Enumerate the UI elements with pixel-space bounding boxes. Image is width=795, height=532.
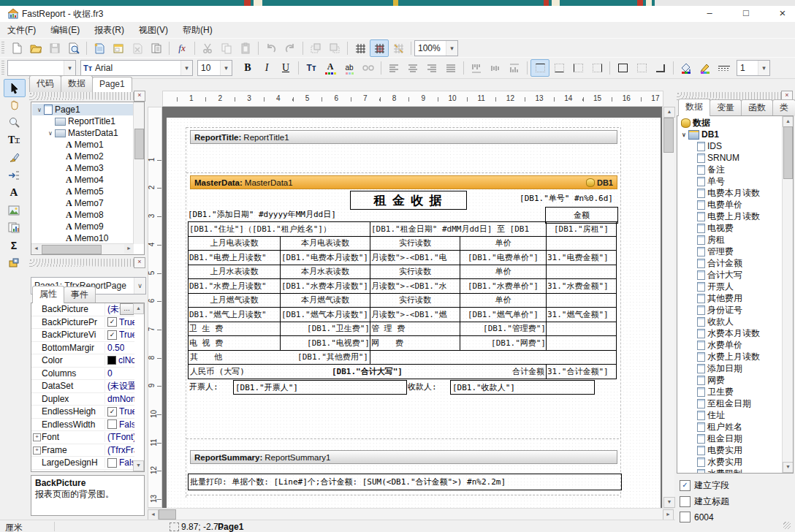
table-cell[interactable]: 其 他[DB1."其他费用"] — [189, 351, 370, 365]
menu-item-2[interactable]: 报表(R) — [87, 22, 132, 39]
chevron-down-icon[interactable]: ▾ — [758, 61, 769, 75]
table-cell[interactable]: [DB1."燃气单价"] — [460, 308, 547, 322]
zoom-tool-button[interactable] — [4, 114, 24, 131]
menu-item-0[interactable]: 文件(F) — [0, 22, 43, 39]
table-cell[interactable]: [DB1."电视费"] — [281, 336, 370, 351]
canvas-vertical-scrollbar[interactable]: ▲ ▼ — [662, 107, 674, 508]
report-title-band[interactable]: ReportTitle:ReportTitle1 — [190, 130, 617, 144]
property-row-EndlessWidth[interactable]: EndlessWidthFalse — [31, 419, 134, 432]
expand-icon[interactable]: + — [33, 446, 41, 455]
field-item-水费实用[interactable]: 水费实用 — [678, 456, 782, 468]
field-item-合计大写[interactable]: 合计大写 — [678, 269, 782, 281]
fill-color-button[interactable] — [677, 59, 696, 77]
scroll-right-icon[interactable]: ► — [663, 509, 674, 520]
show-grid-button[interactable] — [351, 39, 370, 57]
table-cell[interactable]: DB1."水费上月读数" — [189, 279, 281, 294]
table-cell[interactable]: 电 视 费 — [189, 336, 281, 351]
underline-button[interactable]: U — [276, 59, 295, 77]
field-item-房租[interactable]: 房租 — [678, 234, 782, 246]
sum-object-button[interactable]: Σ — [4, 237, 24, 254]
chevron-down-icon[interactable]: ▾ — [446, 41, 457, 56]
tree-item-Memo2[interactable]: AMemo2 — [32, 151, 133, 162]
design-area[interactable]: ReportTitle:ReportTitle1 MasterData:Mast… — [162, 107, 662, 508]
tree-item-Memo8[interactable]: AMemo8 — [32, 209, 133, 221]
checkbox-icon[interactable]: ✓ — [680, 480, 691, 491]
frame-all-button[interactable] — [613, 59, 632, 77]
chevron-down-icon[interactable]: ▾ — [180, 61, 192, 75]
align-center-button[interactable] — [403, 59, 422, 77]
tree-item-Memo4[interactable]: AMemo4 — [32, 174, 133, 186]
table-cell[interactable] — [370, 351, 617, 365]
tree-item-Memo7[interactable]: AMemo7 — [32, 197, 133, 209]
table-cell[interactable] — [547, 336, 617, 351]
table-cell[interactable]: [DB1."电费本月读数"] — [281, 251, 370, 265]
tree-item-Memo1[interactable]: AMemo1 — [32, 139, 133, 151]
property-row-LeftMargin[interactable]: LeftMargin1 — [31, 470, 134, 473]
field-item-合计金额[interactable]: 合计金额 — [678, 257, 782, 269]
workspace-tab-0[interactable]: 代码 — [29, 75, 61, 92]
table-cell[interactable]: 31."水费金额"] — [547, 279, 617, 294]
new-report-button[interactable] — [7, 39, 26, 57]
open-button[interactable] — [26, 39, 45, 57]
scroll-up-icon[interactable]: ▲ — [133, 303, 144, 314]
property-row-DataSet[interactable]: DataSet(未设置) — [31, 380, 134, 393]
table-cell[interactable]: [DB1."住址"]（[DB1."租户姓名"]） — [189, 222, 370, 237]
expand-icon[interactable]: + — [33, 433, 41, 441]
issuer-row[interactable]: 开票人:[DB1."开票人"]收款人:[DB1."收款人"] — [188, 380, 617, 393]
table-cell[interactable]: 实行读数 — [370, 294, 460, 308]
field-item-水费限制[interactable]: 水费限制 — [678, 468, 782, 474]
table-cell[interactable]: 本月水表读数 — [281, 265, 370, 280]
table-cell[interactable]: 上月电表读数 — [189, 237, 281, 251]
tree-item-Memo5[interactable]: AMemo5 — [32, 186, 133, 197]
tree-item-MasterData1[interactable]: ∨MasterData1 — [32, 127, 133, 139]
field-item-租户姓名[interactable]: 租户姓名 — [678, 421, 782, 433]
toolbar-grip[interactable] — [1, 42, 4, 55]
report-page[interactable]: ReportTitle:ReportTitle1 MasterData:Mast… — [167, 118, 661, 508]
align-right-button[interactable] — [422, 59, 441, 77]
scroll-down-icon[interactable]: ▼ — [133, 460, 144, 471]
table-cell[interactable]: [DB1."水费单价"] — [460, 279, 547, 294]
checkbox-icon[interactable] — [680, 496, 691, 507]
memo-report-title[interactable]: 租 金 收 据 — [350, 191, 467, 210]
checkbox-icon[interactable]: ✓ — [107, 407, 117, 417]
table-cell[interactable]: [DB1."卫生费"] — [281, 322, 370, 337]
master-data-band[interactable]: MasterData:MasterData1 DB1 — [190, 175, 617, 189]
table-cell[interactable]: DB1."燃气上月读数" — [189, 308, 281, 322]
table-cell[interactable]: 31."电费金额"] — [547, 251, 617, 265]
table-cell[interactable] — [547, 265, 617, 280]
select-tool-button[interactable] — [4, 79, 26, 97]
style-combo[interactable]: ▾ — [7, 60, 76, 76]
table-cell[interactable]: 上月水表读数 — [189, 265, 281, 280]
scrollbar-thumb[interactable] — [134, 129, 144, 159]
workspace-tab-1[interactable]: 数据 — [61, 75, 93, 92]
scrollbar-thumb[interactable] — [159, 509, 176, 520]
close-panel-icon[interactable]: × — [134, 257, 145, 268]
align-left-button[interactable] — [384, 59, 403, 77]
font-name-combo[interactable]: Tт Arial ▾ — [80, 60, 193, 76]
scroll-left-icon[interactable]: ◄ — [31, 244, 41, 254]
band-tool-button[interactable] — [4, 167, 24, 183]
tree-vertical-scrollbar[interactable] — [133, 102, 144, 244]
zoom-combo[interactable]: 100% ▾ — [414, 40, 458, 56]
table-cell[interactable]: 月读数">-<DB1."电 — [370, 251, 460, 265]
picture-object-button[interactable] — [4, 202, 24, 218]
toolbar-grip[interactable] — [1, 61, 4, 75]
workspace-tab-2[interactable]: Page1 — [92, 77, 132, 92]
property-row-Frame[interactable]: +Frame(TfrxFrame) — [31, 444, 134, 457]
table-cell[interactable]: 31."燃气金额"] — [547, 308, 617, 322]
field-item-电费实用[interactable]: 电费实用 — [678, 444, 782, 456]
field-item-电费本月读数[interactable]: 电费本月读数 — [678, 187, 782, 199]
dataset-DB1[interactable]: ∨DB1 — [678, 129, 782, 140]
data-tab-3[interactable]: 类 — [772, 99, 795, 116]
align-justify-button[interactable] — [441, 59, 460, 77]
scroll-down-icon[interactable]: ▼ — [663, 497, 675, 508]
table-cell[interactable]: [DB1."网费"] — [460, 336, 547, 351]
menu-item-1[interactable]: 编辑(E) — [43, 22, 87, 39]
property-row-LargeDesignH[interactable]: LargeDesignHFalse — [31, 457, 134, 470]
font-size-combo[interactable]: 10 ▾ — [197, 60, 232, 76]
field-item-住址[interactable]: 住址 — [678, 409, 782, 421]
field-item-单号[interactable]: 单号 — [678, 175, 782, 187]
scrollbar-thumb[interactable] — [663, 118, 674, 153]
field-item-网费[interactable]: 网费 — [678, 374, 782, 386]
scroll-down-icon[interactable]: ▼ — [783, 462, 794, 473]
